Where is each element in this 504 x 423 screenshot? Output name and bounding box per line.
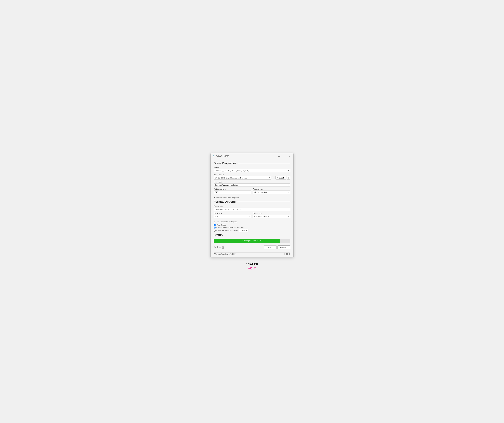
target-system-field-group: Target system UEFI (non CSM) bbox=[253, 188, 290, 194]
status-heading: Status bbox=[214, 233, 290, 237]
start-button[interactable]: START bbox=[264, 245, 277, 249]
drive-icon[interactable]: ▦ bbox=[222, 246, 225, 249]
info-icon[interactable]: ℹ bbox=[217, 246, 218, 249]
bottom-bar: ⊙ ℹ ≡ ▦ START CANCEL bbox=[214, 244, 290, 250]
file-system-field-group: File system NTFS bbox=[214, 212, 251, 218]
filesystem-cluster-row: File system NTFS Cluster size 4096 bytes… bbox=[214, 212, 290, 220]
progress-text: Copying ISO files: 86.0% bbox=[214, 239, 290, 243]
window-title: Rufus 3.20.1929 bbox=[216, 155, 277, 157]
branding: SCALER Topics bbox=[246, 263, 258, 270]
log-icon[interactable]: ≡ bbox=[219, 246, 221, 249]
cluster-size-field-group: Cluster size 4096 bytes (Default) bbox=[253, 212, 290, 218]
chevron-up-icon: ▲ bbox=[214, 221, 215, 223]
partition-scheme-label: Partition scheme bbox=[214, 188, 251, 190]
rufus-window: 🔧 Rufus 3.20.1929 — □ ✕ Drive Properties… bbox=[210, 153, 294, 257]
file-system-select[interactable]: NTFS bbox=[214, 215, 251, 218]
settings-icon[interactable]: ⊙ bbox=[214, 246, 216, 249]
target-system-select[interactable]: UEFI (non CSM) bbox=[253, 190, 290, 194]
window-controls: — □ ✕ bbox=[277, 155, 292, 158]
image-option-select[interactable]: Standard Windows installation bbox=[214, 183, 290, 187]
select-dropdown-button[interactable]: ▼ bbox=[287, 176, 290, 179]
title-bar: 🔧 Rufus 3.20.1929 — □ ✕ bbox=[211, 153, 293, 159]
app-icon: 🔧 bbox=[212, 155, 215, 157]
drive-properties-heading: Drive Properties bbox=[214, 162, 290, 165]
bad-blocks-row: Check device for bad blocks 1 pass bbox=[214, 229, 290, 232]
close-button[interactable]: ✕ bbox=[287, 155, 292, 158]
boot-selection-field-group: Boot selection Win11_22H2_EnglishInterna… bbox=[214, 174, 290, 179]
volume-label-input[interactable] bbox=[214, 208, 290, 211]
file-system-label: File system bbox=[214, 212, 251, 214]
bad-blocks-label-group: Check device for bad blocks bbox=[214, 230, 238, 232]
hide-advanced-format-link[interactable]: ▲ Hide advanced format options bbox=[214, 221, 290, 223]
chevron-right-icon: ▼ bbox=[214, 197, 215, 198]
show-advanced-drive-link[interactable]: ▼ Show advanced drive properties bbox=[214, 197, 290, 198]
branding-scaler-text: SCALER bbox=[246, 263, 258, 266]
boot-selection-row: Win11_22H2_EnglishInternational_x64.iso … bbox=[214, 176, 290, 179]
cluster-size-select[interactable]: 4096 bytes (Default) bbox=[253, 215, 290, 218]
boot-selection-select[interactable]: Win11_22H2_EnglishInternational_x64.iso bbox=[214, 176, 271, 179]
image-option-label: Image option bbox=[214, 181, 290, 183]
partition-target-row: Partition scheme GPT Target system UEFI … bbox=[214, 188, 290, 195]
bottom-icons: ⊙ ℹ ≡ ▦ bbox=[214, 246, 263, 249]
branding-topics-text: Topics bbox=[246, 266, 258, 270]
progress-section: Copying ISO files: 86.0% bbox=[214, 239, 290, 243]
extended-label-label: Create extended label and icon files bbox=[216, 227, 244, 228]
image-option-field-group: Image option Standard Windows installati… bbox=[214, 181, 290, 187]
bad-blocks-checkbox[interactable] bbox=[214, 230, 216, 232]
boot-selection-label: Boot selection bbox=[214, 174, 290, 176]
partition-scheme-select[interactable]: GPT bbox=[214, 190, 251, 194]
cluster-size-label: Cluster size bbox=[253, 212, 290, 214]
volume-label-field-group: Volume label bbox=[214, 205, 290, 211]
quick-format-checkbox[interactable] bbox=[214, 224, 216, 226]
check-icon: ⊙ bbox=[272, 176, 275, 179]
quick-format-label: Quick format bbox=[216, 224, 226, 226]
window-body: Drive Properties Device CCCOMA_X64FRE_EN… bbox=[211, 159, 293, 257]
quick-format-row: Quick format bbox=[214, 224, 290, 226]
status-file-text: F:\sources\install.wim (4.4 GB) bbox=[214, 253, 236, 255]
select-button[interactable]: SELECT bbox=[276, 176, 286, 179]
status-divider bbox=[214, 251, 290, 251]
progress-bar-container: Copying ISO files: 86.0% bbox=[214, 239, 290, 243]
action-buttons: START CANCEL bbox=[264, 245, 290, 249]
device-select[interactable]: CCCOMA_X64FRE_EN-GB_DV9 (F:) [8 GB] bbox=[214, 169, 290, 172]
extended-label-row: Create extended label and icon files bbox=[214, 227, 290, 228]
target-system-label: Target system bbox=[253, 188, 290, 190]
format-options-heading: Format Options bbox=[214, 200, 290, 203]
pass-select[interactable]: 1 pass bbox=[239, 229, 248, 232]
status-time-text: 00:00:46 bbox=[284, 253, 290, 255]
volume-label-label: Volume label bbox=[214, 205, 290, 207]
cancel-button[interactable]: CANCEL bbox=[277, 245, 290, 249]
device-label: Device bbox=[214, 167, 290, 169]
maximize-button[interactable]: □ bbox=[282, 155, 287, 158]
status-bar: F:\sources\install.wim (4.4 GB) 00:00:46 bbox=[214, 252, 290, 256]
partition-scheme-field-group: Partition scheme GPT bbox=[214, 188, 251, 194]
device-field-group: Device CCCOMA_X64FRE_EN-GB_DV9 (F:) [8 G… bbox=[214, 167, 290, 172]
minimize-button[interactable]: — bbox=[277, 155, 282, 158]
extended-label-checkbox[interactable] bbox=[214, 227, 216, 228]
